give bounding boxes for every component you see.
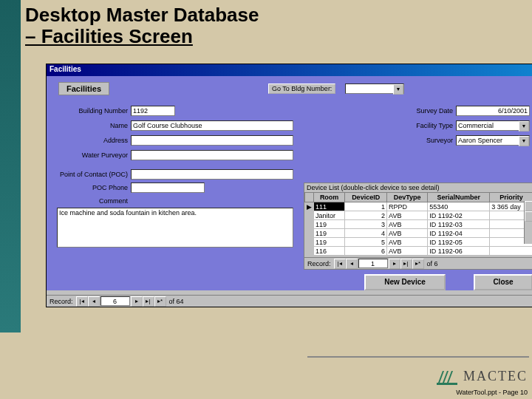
facilities-tab[interactable]: Facilities — [58, 82, 109, 95]
goto-bldg-combo[interactable] — [345, 83, 404, 94]
window-titlebar: Facilities — [47, 64, 532, 76]
facility-type-label: Facility Type — [394, 122, 453, 129]
poc-phone-field[interactable] — [131, 183, 205, 193]
outer-nav-new-button[interactable]: ▸* — [154, 296, 166, 307]
goto-label: Go To Bldg Number: — [268, 83, 335, 94]
device-scrollbar[interactable] — [524, 201, 532, 244]
logo: MACTEC — [437, 366, 528, 386]
table-header-row: Room DeviceID DevType SerialNumber Prior… — [305, 193, 533, 202]
device-nav: Record: |◂ ◂ 1 ▸ ▸| ▸* of 6 — [304, 257, 532, 269]
title-line1: Desktop Master Database — [25, 4, 259, 26]
col-devtype[interactable]: DevType — [387, 193, 428, 202]
comment-label: Comment — [47, 197, 128, 205]
svg-rect-0 — [437, 383, 457, 385]
logo-icon — [437, 366, 459, 386]
nav-first-button[interactable]: |◂ — [334, 259, 346, 269]
facility-type-combo[interactable] — [519, 120, 530, 131]
poc-label: Point of Contact (POC) — [47, 171, 128, 178]
name-label: Name — [47, 122, 128, 129]
surveyor-field[interactable]: Aaron Spencer — [456, 135, 519, 146]
table-row[interactable]: Janitor2AVBID 1192-02 — [305, 211, 533, 220]
close-button[interactable]: Close — [474, 274, 532, 290]
title-line2: – Facilities Screen — [25, 25, 193, 47]
device-nav-current[interactable]: 1 — [358, 259, 388, 268]
building-number-field[interactable]: 1192 — [131, 106, 175, 116]
nav-last-button[interactable]: ▸| — [400, 259, 412, 269]
footer-text: WaterTool.ppt - Page 10 — [456, 389, 528, 396]
water-purveyor-field[interactable] — [131, 150, 293, 160]
nav-next-button[interactable]: ▸ — [389, 259, 400, 269]
building-number-label: Building Number — [47, 107, 128, 115]
facility-type-field[interactable]: Commercial — [456, 120, 519, 131]
slide-content: Desktop Master Database – Facilities Scr… — [21, 0, 532, 399]
col-room[interactable]: Room — [314, 193, 345, 202]
surveyor-combo[interactable] — [519, 135, 530, 146]
comment-field[interactable]: Ice machine and soda fountain in kitchen… — [57, 208, 293, 248]
table-row[interactable]: 1166AVBID 1192-06 — [305, 247, 533, 256]
device-list-table: Room DeviceID DevType SerialNumber Prior… — [304, 192, 532, 256]
table-row[interactable]: 1193AVBID 1192-03 — [305, 220, 533, 229]
table-row[interactable]: 1195AVBID 1192-05 — [305, 238, 533, 247]
slide-sidebar — [0, 0, 21, 332]
col-serial[interactable]: SerialNumber — [428, 193, 490, 202]
col-deviceid[interactable]: DeviceID — [345, 193, 387, 202]
outer-nav-label: Record: — [47, 298, 76, 305]
survey-date-field[interactable]: 6/10/2001 — [456, 106, 530, 116]
device-list-caption: Device List (double-click device to see … — [304, 183, 532, 192]
outer-nav-next-button[interactable]: ▸ — [131, 296, 143, 307]
facilities-window: Facilities Facilities Go To Bldg Number:… — [46, 64, 532, 307]
logo-text: MACTEC — [463, 369, 528, 384]
row-selector-icon: ▶ — [305, 202, 314, 211]
poc-phone-label: POC Phone — [47, 184, 128, 191]
divider — [307, 356, 529, 358]
device-nav-label: Record: — [304, 260, 334, 267]
name-field[interactable]: Golf Course Clubhouse — [131, 120, 293, 131]
outer-nav-prev-button[interactable]: ◂ — [88, 296, 100, 307]
surveyor-label: Surveyor — [394, 137, 453, 144]
table-row[interactable]: 1194AVBID 1192-04 — [305, 229, 533, 238]
nav-new-button[interactable]: ▸* — [412, 259, 424, 269]
new-device-button[interactable]: New Device — [364, 274, 446, 290]
outer-nav-last-button[interactable]: ▸| — [143, 296, 154, 307]
address-label: Address — [47, 137, 128, 144]
water-purveyor-label: Water Purveyor — [47, 151, 128, 159]
slide-title: Desktop Master Database – Facilities Scr… — [25, 4, 532, 47]
table-row[interactable]: ▶1111RPPD553403 365 day — [305, 202, 533, 211]
poc-field[interactable] — [131, 169, 293, 180]
survey-date-label: Survey Date — [394, 107, 453, 115]
device-nav-of: of 6 — [424, 260, 441, 267]
outer-nav-current[interactable]: 6 — [100, 296, 130, 306]
device-list-frame: Device List (double-click device to see … — [304, 183, 532, 270]
form-body: Facilities Go To Bldg Number: Building N… — [47, 76, 532, 290]
outer-nav-of: of 64 — [166, 298, 187, 305]
outer-nav-first-button[interactable]: |◂ — [76, 296, 88, 307]
nav-prev-button[interactable]: ◂ — [346, 259, 358, 269]
address-field[interactable] — [131, 135, 293, 146]
outer-nav: Record: |◂ ◂ 6 ▸ ▸| ▸* of 64 — [47, 295, 532, 307]
